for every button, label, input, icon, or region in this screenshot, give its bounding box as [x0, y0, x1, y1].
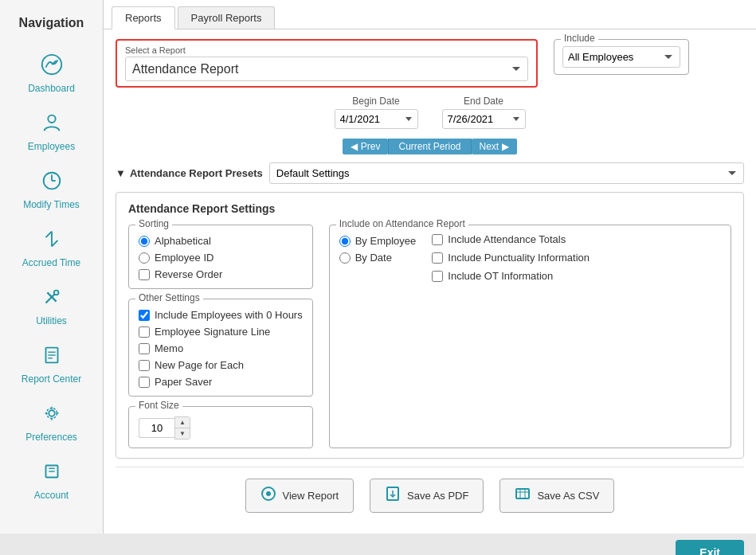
memo[interactable]: Memo [139, 342, 303, 354]
report-center-icon [40, 343, 64, 370]
save-pdf-icon [385, 486, 401, 506]
new-page-checkbox[interactable] [139, 360, 150, 371]
employees-icon [40, 111, 64, 138]
view-report-icon [260, 486, 276, 506]
prev-button[interactable]: ◀ Prev [343, 139, 388, 154]
font-size-up-button[interactable]: ▲ [175, 417, 190, 428]
save-csv-button[interactable]: Save As CSV [499, 479, 614, 513]
tabs-bar: Reports Payroll Reports [104, 0, 756, 29]
employee-signature[interactable]: Employee Signature Line [139, 326, 303, 338]
accrued-time-icon [40, 227, 64, 254]
font-size-group: Font Size ▲ ▼ [128, 406, 313, 448]
memo-checkbox[interactable] [139, 343, 150, 354]
svg-point-10 [53, 291, 58, 295]
date-fields: Begin Date 4/1/2021 End Date 7/26/2021 [335, 96, 526, 129]
svg-line-7 [45, 232, 52, 238]
include-employees-hours-checkbox[interactable] [139, 310, 150, 321]
sidebar-item-utilities[interactable]: Utilities [0, 279, 103, 333]
font-size-input[interactable] [139, 418, 174, 438]
sort-alphabetical-radio[interactable] [139, 236, 150, 247]
font-size-down-button[interactable]: ▼ [175, 428, 190, 439]
other-settings-group: Other Settings Include Employees with 0 … [128, 299, 313, 397]
exit-bar: Exit [0, 534, 756, 555]
begin-date-group: Begin Date 4/1/2021 [335, 96, 418, 129]
sidebar-item-label-employees: Employees [28, 141, 75, 152]
save-pdf-button[interactable]: Save As PDF [370, 479, 484, 513]
svg-line-8 [52, 240, 58, 247]
employee-signature-checkbox[interactable] [139, 326, 150, 338]
include-employees-hours[interactable]: Include Employees with 0 Hours [139, 309, 303, 321]
presets-select[interactable]: Default Settings Custom Settings [269, 162, 744, 184]
punctuality-checkbox[interactable] [432, 252, 443, 264]
other-settings-options: Include Employees with 0 Hours Employee … [139, 309, 303, 388]
punctuality[interactable]: Include Punctuality Information [432, 252, 590, 264]
settings-title: Attendance Report Settings [128, 202, 731, 215]
sidebar-item-report-center[interactable]: Report Center [0, 337, 103, 391]
attendance-totals-checkbox[interactable] [432, 234, 443, 245]
sort-reverse-order-checkbox[interactable] [139, 269, 150, 280]
utilities-icon [40, 285, 64, 312]
include-on-report-group: Include on Attendance Report By Employee [329, 225, 731, 448]
tab-payroll-reports[interactable]: Payroll Reports [178, 6, 276, 29]
include-section: Include All Employees Active Employees I… [554, 39, 689, 75]
other-settings-legend: Other Settings [135, 292, 203, 303]
content-area: Reports Payroll Reports Select a Report … [104, 0, 756, 534]
sidebar-item-label-accrued-time: Accrued Time [22, 257, 80, 268]
new-page[interactable]: New Page for Each [139, 359, 303, 371]
sidebar-item-label-utilities: Utilities [36, 315, 67, 326]
sidebar-item-label-account: Account [34, 490, 69, 501]
current-period-label: Current Period [388, 139, 471, 154]
sidebar-item-label-report-center: Report Center [22, 373, 81, 385]
select-report-label: Select a Report [125, 45, 528, 55]
nav-title: Navigation [0, 8, 103, 42]
bottom-bar: View Report Save As PDF [116, 467, 744, 524]
include-select[interactable]: All Employees Active Employees Inactive … [562, 46, 680, 68]
sidebar-item-dashboard[interactable]: Dashboard [0, 46, 103, 100]
tab-reports[interactable]: Reports [112, 6, 175, 29]
preferences-icon [40, 401, 64, 428]
include-legend: Include [561, 33, 598, 44]
font-size-input-wrap: ▲ ▼ [139, 416, 303, 440]
sort-reverse-order[interactable]: Reverse Order [139, 268, 303, 280]
begin-date-select[interactable]: 4/1/2021 [335, 109, 418, 129]
svg-point-2 [48, 115, 55, 123]
include-on-report-legend: Include on Attendance Report [336, 218, 468, 229]
attendance-totals[interactable]: Include Attendance Totals [432, 233, 590, 245]
save-csv-icon [515, 486, 531, 506]
by-date-radio[interactable] [339, 252, 351, 264]
svg-rect-25 [516, 489, 529, 498]
sidebar-item-employees[interactable]: Employees [0, 104, 103, 158]
modify-times-icon [40, 169, 64, 196]
sidebar-item-modify-times[interactable]: Modify Times [0, 162, 103, 217]
sort-alphabetical[interactable]: Alphabetical [139, 235, 303, 247]
svg-point-16 [49, 410, 55, 416]
end-date-label: End Date [464, 96, 503, 107]
by-employee-radio[interactable] [339, 236, 351, 247]
sidebar-item-preferences[interactable]: Preferences [0, 395, 103, 449]
sidebar-item-label-modify-times: Modify Times [23, 199, 80, 210]
paper-saver-checkbox[interactable] [139, 377, 150, 388]
ot-information-checkbox[interactable] [432, 271, 443, 282]
sort-employee-id[interactable]: Employee ID [139, 252, 303, 264]
main-container: Navigation Dashboard Employees [0, 0, 756, 534]
report-select[interactable]: Attendance Report Hours Report Overtime … [125, 57, 528, 81]
account-icon [40, 459, 64, 487]
top-row: Select a Report Attendance Report Hours … [116, 39, 744, 88]
end-date-select[interactable]: 7/26/2021 [442, 109, 526, 129]
select-report-section: Select a Report Attendance Report Hours … [116, 39, 538, 88]
sidebar-item-label-dashboard: Dashboard [28, 83, 75, 94]
sidebar-item-accrued-time[interactable]: Accrued Time [0, 221, 103, 275]
by-date[interactable]: By Date [339, 252, 417, 264]
sidebar-item-account[interactable]: Account [0, 453, 103, 507]
ot-information[interactable]: Include OT Information [432, 270, 590, 282]
next-button[interactable]: Next ▶ [472, 139, 517, 154]
paper-saver[interactable]: Paper Saver [139, 376, 303, 388]
include-on-report-section: By Employee By Date [339, 230, 721, 282]
view-report-button[interactable]: View Report [245, 479, 354, 513]
sort-employee-id-radio[interactable] [139, 252, 150, 264]
dashboard-icon [40, 53, 64, 80]
exit-button[interactable]: Exit [676, 540, 744, 555]
presets-label: ▼ Attendance Report Presets [116, 167, 263, 179]
by-employee[interactable]: By Employee [339, 235, 417, 247]
right-column: Include on Attendance Report By Employee [329, 225, 731, 448]
